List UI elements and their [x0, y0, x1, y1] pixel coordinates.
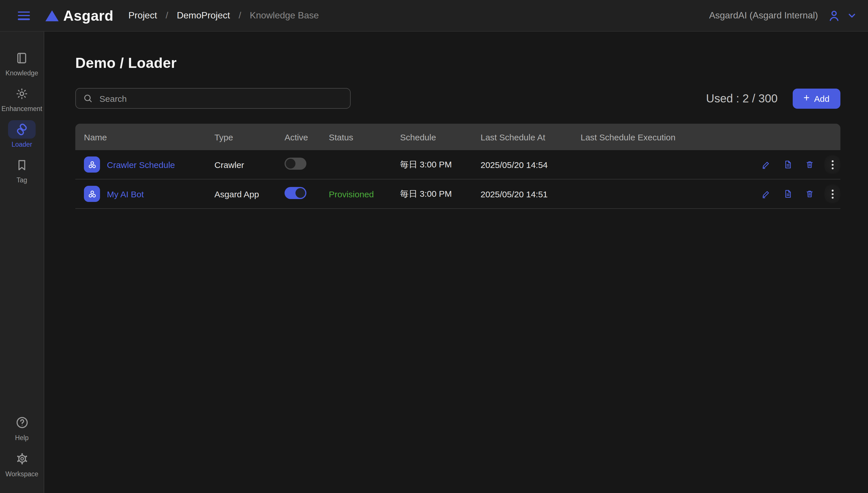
column-header-active: Active: [284, 132, 329, 142]
usage-counter: Used : 2 / 300: [706, 92, 778, 105]
webhook-icon: [84, 156, 100, 173]
document-icon[interactable]: [783, 160, 793, 169]
breadcrumb-knowledge-base: Knowledge Base: [250, 10, 319, 21]
active-toggle[interactable]: [284, 187, 306, 199]
row-type: Asgard App: [214, 189, 284, 199]
add-button[interactable]: + Add: [793, 88, 840, 108]
edit-icon[interactable]: [761, 189, 771, 199]
sidebar-item-tag[interactable]: Tag: [0, 156, 44, 184]
book-icon: [15, 51, 29, 65]
link-icon: [15, 123, 29, 136]
page-title: Demo / Loader: [75, 55, 840, 71]
help-icon: [15, 415, 29, 430]
search-box: [75, 88, 351, 109]
sidebar-item-knowledge[interactable]: Knowledge: [0, 49, 44, 77]
gear-icon: [15, 452, 29, 466]
delete-icon[interactable]: [805, 189, 814, 198]
hamburger-menu-icon[interactable]: [18, 11, 30, 20]
more-icon[interactable]: [824, 153, 840, 176]
toolbar: Used : 2 / 300 + Add: [75, 88, 840, 109]
row-status: Provisioned: [329, 189, 374, 199]
main-content: Demo / Loader Used : 2 / 300 + Add: [44, 31, 868, 493]
row-name-link[interactable]: Crawler Schedule: [107, 159, 175, 169]
sidebar-item-label: Tag: [16, 177, 27, 184]
app-window: Asgard Project / DemoProject / Knowledge…: [0, 0, 868, 493]
breadcrumb-demoproject[interactable]: DemoProject: [177, 10, 230, 21]
row-last-schedule-at: 2025/05/20 14:51: [481, 189, 580, 199]
chevron-down-icon: [846, 10, 858, 21]
breadcrumb: Project / DemoProject / Knowledge Base: [129, 10, 319, 21]
row-schedule: 毎日 3:00 PM: [400, 188, 481, 199]
sun-icon: [15, 87, 29, 101]
bookmark-icon: [15, 158, 29, 172]
sidebar: Knowledge: [0, 31, 44, 493]
row-schedule: 毎日 3:00 PM: [400, 159, 481, 170]
more-icon[interactable]: [824, 183, 840, 206]
delete-icon[interactable]: [805, 160, 814, 169]
breadcrumb-project[interactable]: Project: [129, 10, 157, 21]
column-header-type: Type: [214, 132, 284, 142]
sidebar-item-label: Loader: [12, 141, 32, 148]
row-last-schedule-at: 2025/05/20 14:54: [481, 159, 580, 169]
sidebar-item-loader[interactable]: Loader: [0, 120, 44, 148]
sidebar-item-label: Knowledge: [5, 70, 38, 77]
column-header-last-schedule-execution: Last Schedule Execution: [580, 132, 753, 142]
row-name-link[interactable]: My AI Bot: [107, 189, 144, 199]
column-header-status: Status: [329, 132, 400, 142]
account-menu[interactable]: AsgardAI (Asgard Internal): [709, 8, 858, 22]
brand: Asgard: [45, 7, 114, 24]
sidebar-item-label: Help: [15, 434, 28, 442]
column-header-schedule: Schedule: [400, 132, 481, 142]
breadcrumb-separator: /: [165, 10, 168, 21]
sidebar-item-label: Enhancement: [1, 105, 42, 113]
table-header: Name Type Active Status Schedule Last Sc…: [75, 124, 840, 150]
user-icon: [827, 8, 841, 22]
row-type: Crawler: [214, 159, 284, 169]
edit-icon[interactable]: [761, 159, 771, 169]
account-name: AsgardAI (Asgard Internal): [709, 10, 818, 21]
plus-icon: +: [804, 93, 810, 103]
breadcrumb-separator: /: [238, 10, 241, 21]
brand-name: Asgard: [63, 7, 114, 24]
column-header-name: Name: [75, 132, 214, 142]
sidebar-item-enhancement[interactable]: Enhancement: [0, 85, 44, 113]
sidebar-item-help[interactable]: Help: [0, 413, 44, 442]
sidebar-item-label: Workspace: [5, 471, 39, 478]
active-toggle[interactable]: [284, 158, 306, 170]
top-bar: Asgard Project / DemoProject / Knowledge…: [0, 0, 868, 31]
search-icon: [83, 93, 93, 104]
sidebar-item-workspace[interactable]: Workspace: [0, 449, 44, 478]
document-icon[interactable]: [783, 189, 793, 198]
search-input[interactable]: [98, 93, 343, 104]
loader-table: Name Type Active Status Schedule Last Sc…: [75, 124, 840, 209]
column-header-last-schedule-at: Last Schedule At: [481, 132, 580, 142]
webhook-icon: [84, 186, 100, 202]
table-row: Crawler Schedule Crawler 毎日 3:00 PM 2025…: [75, 150, 840, 179]
triangle-logo-icon: [45, 10, 59, 21]
table-row: My AI Bot Asgard App Provisioned 毎日 3:00…: [75, 179, 840, 209]
